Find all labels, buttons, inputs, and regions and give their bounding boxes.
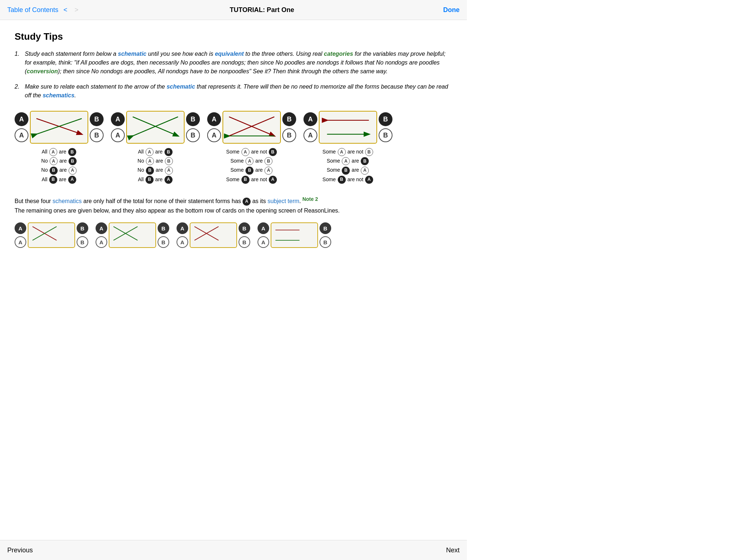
- nodes-right-2: B B: [186, 112, 200, 142]
- partial-node-B4b: B: [320, 236, 331, 248]
- node-B-top-4: B: [379, 112, 392, 126]
- note-2-ref[interactable]: Note 2: [301, 196, 318, 202]
- tip-1: 1. Study each statement form below a sch…: [15, 50, 452, 76]
- nodes-right-1: B B: [90, 112, 104, 142]
- partial-bottom-schematics: A A B B A A: [15, 222, 452, 248]
- schematics-term-2: schematics: [43, 92, 74, 98]
- equivalent-term: equivalent: [215, 51, 244, 57]
- node-B-bot-2: B: [186, 128, 200, 142]
- node-B-bot-3: B: [282, 128, 296, 142]
- bottom-remaining: The remaining ones are given below, and …: [15, 207, 340, 214]
- partial-node-B1b: B: [77, 236, 88, 248]
- node-A-bot-2: A: [111, 128, 125, 142]
- nodes-right-3: B B: [282, 112, 296, 142]
- partial-node-B3: B: [239, 222, 250, 234]
- table-of-contents-link[interactable]: Table of Contents: [7, 6, 58, 14]
- partial-node-B3b: B: [239, 236, 250, 248]
- schematic-labels-2: All A are B No A are B No B are A All B …: [138, 147, 173, 184]
- partial-node-A4b: A: [258, 236, 269, 248]
- partial-node-A1: A: [15, 222, 26, 234]
- schematic-labels-1: All A are B No A are B No B are A All B …: [41, 147, 77, 184]
- partial-node-B4: B: [320, 222, 331, 234]
- partial-arrow-box-3: [190, 222, 237, 248]
- partial-node-A2b: A: [96, 236, 107, 248]
- partial-node-A1b: A: [15, 236, 26, 248]
- top-navigation-bar: Table of Contents < > TUTORIAL: Part One…: [0, 0, 467, 20]
- bottom-prefix: But these four: [15, 198, 53, 204]
- main-content: Study Tips 1. Study each statement form …: [0, 20, 467, 277]
- tip-2-text: Make sure to relate each statement to th…: [25, 82, 452, 100]
- tip-2: 2. Make sure to relate each statement to…: [15, 82, 452, 100]
- partial-node-B2: B: [158, 222, 169, 234]
- partial-node-A2: A: [96, 222, 107, 234]
- arrow-box-3: [222, 111, 281, 144]
- page-title: TUTORIAL: Part One: [230, 6, 294, 14]
- subject-term-link[interactable]: subject term: [267, 198, 299, 204]
- arrows-svg-3: [223, 112, 280, 143]
- nodes-left-4: A A: [303, 112, 317, 142]
- partial-svg-2: [109, 223, 155, 247]
- schematic-group-4: A A: [303, 111, 392, 184]
- partial-schematic-2: A A B B: [96, 222, 169, 248]
- top-bar-left: Table of Contents < >: [7, 5, 81, 15]
- arrows-svg-4: [320, 112, 376, 143]
- nodes-left-2: A A: [111, 112, 125, 142]
- partial-node-B2b: B: [158, 236, 169, 248]
- node-A-top-2: A: [111, 112, 125, 126]
- schematic-labels-4: Some A are not B Some A are B Some B are…: [322, 147, 374, 184]
- partial-arrow-box-1: [28, 222, 75, 248]
- bottom-paragraph: But these four schematics are only half …: [15, 195, 452, 215]
- node-B-top-2: B: [186, 112, 200, 126]
- schematic-term-2: schematic: [167, 83, 195, 90]
- node-A-bot-3: A: [207, 128, 221, 142]
- schematic-group-2: A A: [111, 111, 200, 184]
- arrow-box-4: [319, 111, 377, 144]
- node-A-top-1: A: [15, 112, 28, 126]
- node-B-bot-4: B: [379, 128, 392, 142]
- nodes-right-4: B B: [379, 112, 392, 142]
- schematic-diagram-2: A A: [111, 111, 200, 144]
- nodes-left-1: A A: [15, 112, 28, 142]
- node-B-top-3: B: [282, 112, 296, 126]
- study-tips-list: 1. Study each statement form below a sch…: [15, 50, 452, 100]
- node-A-top-3: A: [207, 112, 221, 126]
- schematic-diagram-3: A A: [207, 111, 296, 144]
- arrow-box-2: [126, 111, 185, 144]
- arrow-box-1: [30, 111, 88, 144]
- tip-2-number: 2.: [15, 82, 25, 100]
- schematic-diagram-4: A A: [303, 111, 392, 144]
- partial-arrow-box-4: [271, 222, 318, 248]
- partial-schematic-1: A A B B: [15, 222, 88, 248]
- forward-arrow-button[interactable]: >: [73, 5, 81, 15]
- partial-node-A3: A: [177, 222, 188, 234]
- schematic-labels-3: Some A are not B Some A are B Some B are…: [226, 147, 277, 184]
- partial-svg-3: [190, 223, 236, 247]
- partial-node-A3b: A: [177, 236, 188, 248]
- arrows-svg-1: [31, 112, 88, 143]
- partial-schematic-4: A A B B: [258, 222, 331, 248]
- done-button[interactable]: Done: [443, 6, 460, 14]
- partial-schematic-3: A A B B: [177, 222, 250, 248]
- tip-1-text: Study each statement form below a schema…: [25, 50, 452, 76]
- partial-node-A4: A: [258, 222, 269, 234]
- schematics-row: A A: [15, 111, 452, 184]
- partial-svg-4: [271, 223, 317, 247]
- partial-arrow-box-2: [109, 222, 156, 248]
- partial-svg-1: [28, 223, 74, 247]
- bottom-as-its: as its: [251, 198, 267, 204]
- schematic-diagram-1: A A: [15, 111, 104, 144]
- conversion-term: conversion: [27, 68, 58, 74]
- nodes-left-3: A A: [207, 112, 221, 142]
- tip-1-number: 1.: [15, 50, 25, 76]
- arrows-svg-2: [127, 112, 184, 143]
- partial-node-B1: B: [77, 222, 88, 234]
- schematic-term-1: schematic: [118, 51, 146, 57]
- bottom-middle: are only half of the total for none of t…: [82, 198, 243, 204]
- node-A-bot-4: A: [303, 128, 317, 142]
- node-B-bot-1: B: [90, 128, 104, 142]
- back-arrow-button[interactable]: <: [61, 5, 70, 15]
- schematics-link[interactable]: schematics: [53, 198, 82, 204]
- section-title: Study Tips: [15, 31, 452, 42]
- categories-term: categories: [324, 51, 353, 57]
- schematic-group-3: A A: [207, 111, 296, 184]
